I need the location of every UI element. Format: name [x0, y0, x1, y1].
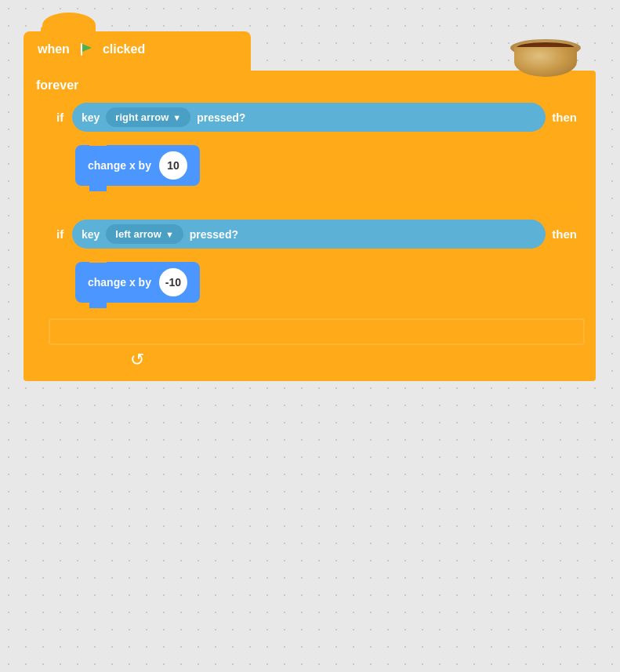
then-label-2: then	[552, 227, 577, 241]
if-block-2: if key left arrow ▼ pressed? then	[49, 214, 585, 311]
left-arrow-key-value: left arrow	[115, 228, 161, 240]
key-sensing-block-1[interactable]: key right arrow ▼ pressed?	[72, 103, 546, 132]
forever-label: forever	[36, 78, 78, 92]
when-text: when	[38, 42, 70, 56]
forever-block: forever if key right arrow ▼	[24, 71, 596, 381]
if-block-1: if key right arrow ▼ pressed? then	[49, 97, 585, 194]
value-bubble-1[interactable]: 10	[159, 151, 187, 180]
value-bubble-2[interactable]: -10	[159, 268, 187, 296]
svg-rect-0	[81, 43, 82, 56]
key-label-1: key	[82, 111, 100, 124]
svg-marker-1	[82, 44, 92, 52]
clicked-text: clicked	[103, 42, 145, 56]
bottom-empty-bar	[49, 318, 585, 345]
if-label-1: if	[56, 111, 66, 124]
loop-arrow-icon: ↺	[130, 350, 144, 369]
change-x-block-2[interactable]: change x by -10	[75, 262, 200, 303]
pressed-label-2: pressed?	[190, 228, 238, 241]
left-arrow-dropdown[interactable]: left arrow ▼	[106, 224, 183, 244]
change-x-label-1: change x by	[88, 159, 151, 172]
dropdown-arrow-2: ▼	[165, 230, 174, 239]
change-x-label-2: change x by	[88, 276, 151, 289]
right-arrow-key-value: right arrow	[115, 111, 169, 123]
if-label-2: if	[56, 227, 66, 241]
dropdown-arrow-1: ▼	[172, 113, 181, 122]
key-sensing-block-2[interactable]: key left arrow ▼ pressed?	[72, 220, 546, 249]
pressed-label-1: pressed?	[197, 111, 245, 124]
green-flag-icon[interactable]	[78, 41, 95, 58]
scratch-script-area: when clicked forever	[24, 31, 596, 381]
bowl-sprite	[510, 31, 581, 82]
key-label-2: key	[82, 228, 100, 241]
right-arrow-dropdown[interactable]: right arrow ▼	[106, 107, 190, 127]
then-label-1: then	[552, 111, 577, 124]
change-x-block-1[interactable]: change x by 10	[75, 145, 200, 186]
when-clicked-block[interactable]: when clicked	[24, 31, 251, 71]
